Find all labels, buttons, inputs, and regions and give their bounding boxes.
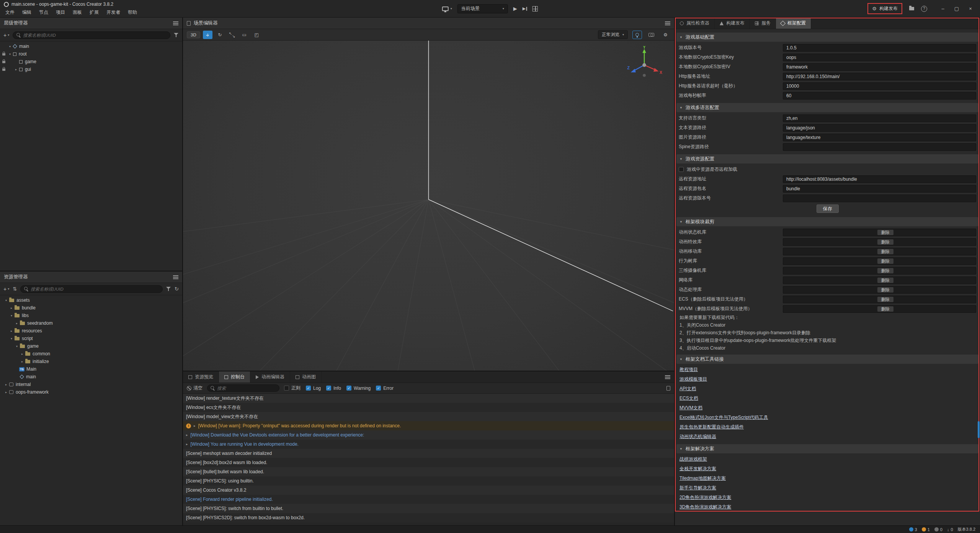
tree-node-oops-framework[interactable]: ▸oops-framework — [0, 388, 182, 396]
preview-platform-selector[interactable]: ▾ — [442, 7, 452, 11]
checkbox-log[interactable]: ✓ — [306, 386, 311, 391]
delete-button[interactable]: 删除 — [877, 287, 893, 293]
collapse-logs-icon[interactable] — [666, 386, 670, 391]
tree-arrow-icon[interactable]: ▾ — [9, 314, 14, 317]
gizmo-x-label[interactable]: X — [660, 70, 662, 75]
field-input[interactable]: oops — [783, 54, 976, 61]
tree-arrow-icon[interactable]: ▸ — [4, 391, 8, 394]
console-filter-regex[interactable]: 正则 — [284, 385, 301, 391]
checkbox-regex[interactable] — [284, 386, 289, 391]
log-row[interactable]: [Scene] [PHYSICS]: using builtin. — [183, 476, 674, 486]
menu-item[interactable]: 面板 — [69, 8, 86, 17]
lock-icon[interactable] — [2, 61, 5, 63]
log-row[interactable]: [Scene] Forward render pipeline initiali… — [183, 495, 674, 504]
scrollbar-thumb[interactable] — [978, 421, 980, 438]
log-row[interactable]: ▸[Window] You are running Vue in develop… — [183, 440, 674, 449]
field-input[interactable]: 10000 — [783, 82, 976, 90]
tree-arrow-icon[interactable]: ▾ — [4, 299, 8, 302]
tree-node-game[interactable]: ▾game — [0, 342, 182, 350]
clear-console-button[interactable]: 清空 — [187, 385, 203, 391]
save-button[interactable]: 保存 — [817, 204, 839, 213]
panel-menu-icon[interactable] — [665, 21, 670, 25]
scene-viewport[interactable]: Y X Z — [183, 41, 674, 371]
minimize-button[interactable]: – — [936, 3, 949, 15]
orientation-gizmo[interactable]: Y X Z — [626, 46, 663, 83]
tree-node-bundle[interactable]: ▸bundle — [0, 304, 182, 312]
move-tool[interactable]: ↔↕ — [203, 31, 212, 39]
doc-link[interactable]: Tiledmap地图解决方案 — [679, 475, 726, 482]
log-row[interactable]: [Window] model_view文件夹不存在 — [183, 412, 674, 421]
warning-message-count[interactable]: 1 — [922, 527, 930, 532]
console-filter-log[interactable]: ✓Log — [306, 386, 321, 391]
tab-build-publish[interactable]: 构建发布 — [715, 18, 750, 29]
log-row[interactable]: [Window] render_texture文件夹不存在 — [183, 394, 674, 403]
checkbox-remote-load[interactable] — [679, 167, 684, 172]
open-project-folder-icon[interactable] — [909, 7, 914, 10]
module-input[interactable]: 删除 — [783, 276, 976, 284]
console-filter-info[interactable]: ✓Info — [326, 386, 341, 391]
doc-link[interactable]: 全栈开发解决方案 — [679, 466, 716, 472]
expand-arrow-icon[interactable]: ▸ — [186, 442, 188, 446]
field-input[interactable]: language/texture — [783, 134, 976, 141]
section-header[interactable]: ▼框架模块裁剪 — [676, 217, 978, 226]
tree-arrow-icon[interactable]: ▸ — [4, 383, 8, 386]
menu-item[interactable]: 节点 — [35, 8, 52, 17]
section-header[interactable]: ▼框架文档工具链接 — [676, 355, 978, 364]
section-header[interactable]: ▼游戏基础配置 — [676, 33, 978, 42]
doc-link[interactable]: ECS文档 — [679, 395, 698, 402]
tab-framework-config[interactable]: 框架配置 — [776, 18, 811, 29]
field-input[interactable]: http://192.168.0.150/main/ — [783, 73, 976, 80]
assets-search[interactable] — [20, 285, 163, 293]
checkbox-info[interactable]: ✓ — [326, 386, 331, 391]
scene-light-toggle[interactable] — [632, 31, 642, 39]
menu-item[interactable]: 开发者 — [103, 8, 124, 17]
doc-link[interactable]: 动画状态机编辑器 — [679, 433, 716, 440]
tree-node-root[interactable]: ▾root — [0, 50, 182, 58]
checkbox-error[interactable]: ✓ — [376, 386, 381, 391]
field-input[interactable]: bundle — [783, 185, 976, 193]
panel-menu-icon[interactable] — [173, 275, 178, 279]
expand-arrow-icon[interactable]: ▸ — [186, 433, 188, 437]
assets-search-input[interactable] — [31, 287, 159, 291]
log-row[interactable]: [Scene] [PHYSICS2D]: switch from box2d-w… — [183, 513, 674, 522]
add-node-button[interactable]: +▾ — [3, 32, 9, 38]
tree-node-script[interactable]: ▾script — [0, 335, 182, 342]
tree-arrow-icon[interactable]: ▾ — [15, 345, 19, 348]
info-message-count[interactable]: 3 — [909, 527, 917, 532]
hierarchy-filter-icon[interactable] — [174, 33, 179, 38]
view-mode-dropdown[interactable]: 正常浏览 ▾ — [598, 30, 628, 39]
delete-button[interactable]: 删除 — [877, 297, 893, 302]
section-header[interactable]: ▼游戏多语言配置 — [676, 103, 978, 112]
view-3d-toggle[interactable]: 3D — [187, 31, 200, 38]
refresh-icon[interactable]: ↻ — [175, 286, 179, 292]
lock-icon[interactable] — [2, 69, 5, 71]
help-icon[interactable] — [921, 6, 927, 12]
tab-animation-graph[interactable]: 动画图 — [290, 371, 322, 383]
log-row[interactable]: [Scene] Cocos Creator v3.8.2 — [183, 486, 674, 495]
module-input[interactable]: 删除 — [783, 248, 976, 255]
doc-link[interactable]: 新手引导解决方案 — [679, 485, 716, 491]
tree-node-common[interactable]: ▸common — [0, 350, 182, 358]
doc-link[interactable]: 3D角色扮演游戏解决方案 — [679, 504, 731, 510]
expand-arrow-icon[interactable]: ▸ — [194, 424, 196, 428]
delete-button[interactable]: 删除 — [877, 239, 893, 245]
maximize-button[interactable]: ▢ — [950, 3, 963, 15]
panel-menu-icon[interactable] — [665, 375, 670, 379]
section-header[interactable]: ▼游戏资源配置 — [676, 154, 978, 163]
field-input[interactable]: http://localhost:8083/assets/bundle — [783, 175, 976, 183]
doc-link[interactable]: 原生包热更新配置自动生成插件 — [679, 424, 744, 430]
assets-filter-icon[interactable] — [166, 286, 171, 291]
build-publish-button[interactable]: 构建发布 — [879, 5, 898, 12]
console-search-input[interactable] — [217, 386, 276, 391]
console-filter-warning[interactable]: ✓Warning — [346, 386, 371, 391]
tree-node-seedrandom[interactable]: ▸seedrandom — [0, 319, 182, 327]
section-header[interactable]: ▼框架解决方案 — [676, 444, 978, 453]
tree-arrow-icon[interactable]: ▸ — [20, 352, 24, 356]
rect-tool[interactable]: ▭ — [240, 31, 249, 39]
module-input[interactable]: 删除 — [783, 229, 976, 236]
tree-node-assets[interactable]: ▾assets — [0, 296, 182, 304]
tree-node-libs[interactable]: ▾libs — [0, 312, 182, 319]
gizmo-z-label[interactable]: Z — [627, 65, 630, 70]
doc-link[interactable]: 2D角色扮演游戏解决方案 — [679, 494, 731, 501]
tree-node-main[interactable]: main — [0, 373, 182, 381]
